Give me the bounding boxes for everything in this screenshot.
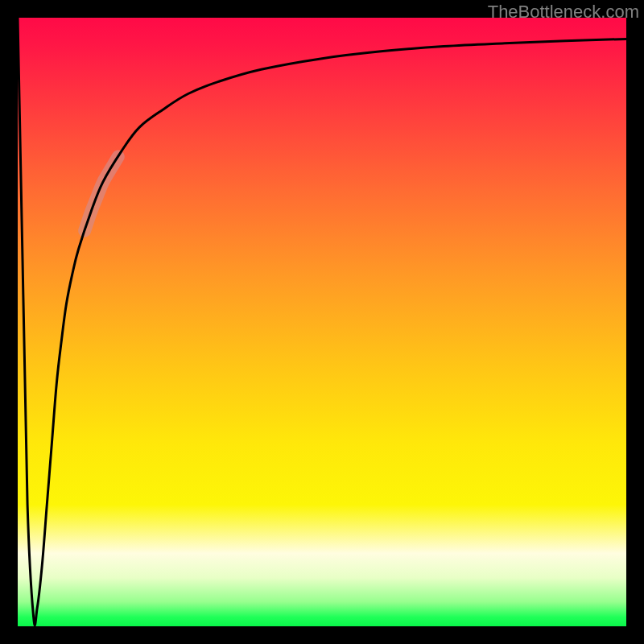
plot-area xyxy=(18,18,626,626)
curve-svg xyxy=(18,18,626,626)
highlight-segment xyxy=(85,157,118,231)
watermark-text: TheBottleneck.com xyxy=(488,2,639,23)
chart-container: TheBottleneck.com xyxy=(0,0,644,644)
main-curve-path xyxy=(18,18,626,625)
